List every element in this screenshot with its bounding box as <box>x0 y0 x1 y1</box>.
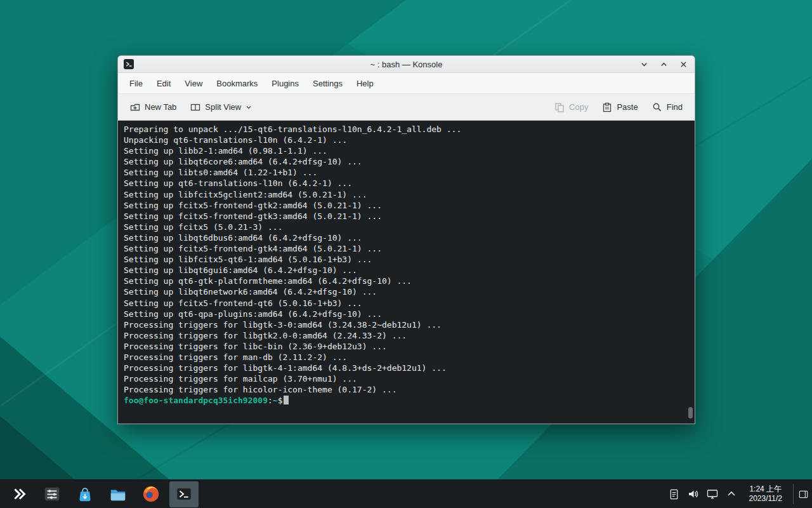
prompt-user-host: foo@foo-standardpcq35ich92009 <box>124 396 268 405</box>
terminal-line: Processing triggers for libc-bin (2.36-9… <box>124 341 689 352</box>
terminal-line: Setting up libqt6network6:amd64 (6.4.2+d… <box>124 286 689 297</box>
terminal-line: Setting up libfcitx5gclient2:amd64 (5.0.… <box>124 189 689 200</box>
menu-item[interactable]: Settings <box>306 75 350 92</box>
expand-tray-button[interactable] <box>723 485 740 503</box>
firefox-icon <box>141 485 160 504</box>
display-icon <box>706 488 719 500</box>
terminal-line: Setting up libfcitx5-qt6-1:amd64 (5.0.16… <box>124 254 689 265</box>
application-launcher-button[interactable] <box>4 481 34 507</box>
konsole-icon <box>174 485 193 504</box>
konsole-icon <box>124 59 134 69</box>
clipboard-icon <box>668 488 680 500</box>
application-launcher-icon <box>10 485 29 504</box>
chevron-down-icon <box>246 104 252 110</box>
discover-task-button[interactable] <box>70 481 100 507</box>
file-manager-icon <box>108 485 128 504</box>
terminal-line: Processing triggers for libgtk2.0-0:amd6… <box>124 330 689 341</box>
volume-tray-button[interactable] <box>684 485 702 503</box>
window-title: ~ : bash — Konsole <box>118 60 695 69</box>
terminal-line: Processing triggers for libgtk-3-0:amd64… <box>124 319 689 330</box>
clipboard-tray-button[interactable] <box>665 485 683 503</box>
titlebar-buttons <box>638 58 689 70</box>
find-button[interactable]: Find <box>646 98 688 116</box>
terminal-line: Preparing to unpack .../15-qt6-translati… <box>124 124 689 135</box>
menu-item[interactable]: Plugins <box>265 75 306 92</box>
clock-time: 1:24 上午 <box>749 485 783 494</box>
taskbar: 1:24 上午 2023/11/2 <box>0 479 812 508</box>
terminal-prompt: foo@foo-standardpcq35ich92009:~$ <box>124 395 689 406</box>
settings-sliders-icon <box>43 485 62 504</box>
terminal-line: Setting up qt6-translations-l10n (6.4.2-… <box>124 178 689 189</box>
terminal-output: Preparing to unpack .../15-qt6-translati… <box>124 124 689 395</box>
system-tray: 1:24 上午 2023/11/2 <box>665 481 810 507</box>
volume-icon <box>687 488 700 500</box>
terminal-cursor <box>284 396 289 404</box>
desktop: ~ : bash — Konsole FileEditViewBookmarks… <box>0 0 812 508</box>
terminal-line: Setting up fcitx5 (5.0.21-3) ... <box>124 222 689 232</box>
find-icon <box>652 102 662 112</box>
terminal-line: Setting up libb2-1:amd64 (0.98.1-1.1) ..… <box>124 145 689 156</box>
terminal-line: Processing triggers for libgtk-4-1:amd64… <box>124 363 689 373</box>
terminal-area[interactable]: Preparing to unpack .../15-qt6-translati… <box>118 121 695 424</box>
menu-item[interactable]: Bookmarks <box>209 75 265 92</box>
terminal-line: Unpacking qt6-translations-l10n (6.4.2-1… <box>124 135 689 145</box>
terminal-line: Processing triggers for man-db (2.11.2-2… <box>124 352 689 363</box>
scrollbar-thumb[interactable] <box>688 407 693 418</box>
split-view-icon <box>190 102 200 112</box>
terminal-scrollbar[interactable] <box>688 123 693 421</box>
menu-item[interactable]: File <box>122 75 150 92</box>
terminal-line: Setting up libts0:amd64 (1.22-1+b1) ... <box>124 167 689 178</box>
firefox-task-button[interactable] <box>136 481 166 507</box>
konsole-task-button[interactable] <box>169 481 199 507</box>
split-view-button[interactable]: Split View <box>185 98 258 116</box>
prompt-colon: : <box>268 396 273 405</box>
terminal-line: Setting up libqt6gui6:amd64 (6.4.2+dfsg-… <box>124 265 689 276</box>
minimize-button[interactable] <box>638 58 650 70</box>
terminal-line: Setting up libqt6core6:amd64 (6.4.2+dfsg… <box>124 156 689 167</box>
menu-item[interactable]: Edit <box>150 75 178 92</box>
show-desktop-button[interactable] <box>797 481 809 507</box>
display-tray-button[interactable] <box>704 485 721 503</box>
window-titlebar[interactable]: ~ : bash — Konsole <box>118 56 695 73</box>
discover-icon <box>75 485 95 504</box>
menubar: FileEditViewBookmarksPluginsSettingsHelp <box>118 73 695 94</box>
file-manager-task-button[interactable] <box>103 481 133 507</box>
clock[interactable]: 1:24 上午 2023/11/2 <box>742 485 790 504</box>
new-tab-button[interactable]: New Tab <box>124 98 182 116</box>
clock-date: 2023/11/2 <box>749 494 783 504</box>
show-desktop-icon <box>798 489 809 500</box>
terminal-line: Setting up qt6-qpa-plugins:amd64 (6.4.2+… <box>124 309 689 319</box>
terminal-line: Setting up fcitx5-frontend-gtk3:amd64 (5… <box>124 211 689 222</box>
terminal-line: Setting up qt6-gtk-platformtheme:amd64 (… <box>124 276 689 286</box>
terminal-line: Processing triggers for mailcap (3.70+nm… <box>124 373 689 384</box>
terminal-line: Processing triggers for hicolor-icon-the… <box>124 384 689 395</box>
settings-task-button[interactable] <box>37 481 67 507</box>
expand-tray-icon <box>726 489 737 499</box>
terminal-line: Setting up fcitx5-frontend-gtk2:amd64 (5… <box>124 200 689 211</box>
maximize-button[interactable] <box>658 58 669 70</box>
prompt-path: ~ <box>273 396 278 405</box>
terminal-line: Setting up fcitx5-frontend-gtk4:amd64 (5… <box>124 243 689 254</box>
paste-button[interactable]: Paste <box>596 98 643 116</box>
menu-item[interactable]: View <box>178 75 209 92</box>
new-tab-icon <box>130 102 140 112</box>
close-button[interactable] <box>678 58 689 70</box>
copy-icon <box>554 102 565 112</box>
menu-item[interactable]: Help <box>350 75 381 92</box>
panel-divider <box>793 484 794 504</box>
terminal-line: Setting up fcitx5-frontend-qt6 (5.0.16-1… <box>124 298 689 309</box>
prompt-dollar: $ <box>278 396 283 405</box>
toolbar: New Tab Split View Copy <box>118 94 695 121</box>
konsole-window: ~ : bash — Konsole FileEditViewBookmarks… <box>117 55 695 424</box>
terminal-line: Setting up libqt6dbus6:amd64 (6.4.2+dfsg… <box>124 232 689 243</box>
paste-icon <box>602 102 612 112</box>
copy-button[interactable]: Copy <box>549 98 594 116</box>
